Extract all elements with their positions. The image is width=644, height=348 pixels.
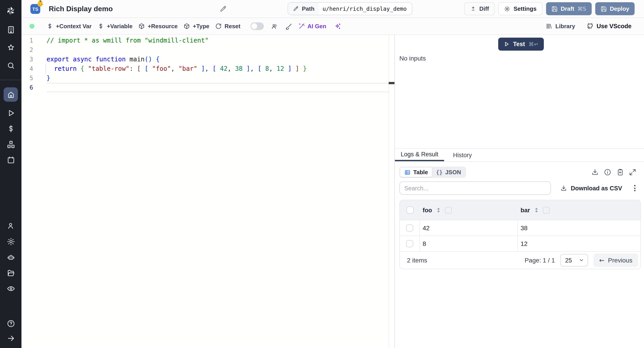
- diff-button[interactable]: Diff: [464, 2, 495, 15]
- sidebar-item-home[interactable]: [4, 87, 18, 102]
- draft-shortcut: ⌘S: [577, 6, 586, 12]
- row-checkbox[interactable]: [406, 240, 413, 247]
- code-line[interactable]: 2: [22, 45, 394, 55]
- tab-logs-result[interactable]: Logs & Result: [395, 149, 444, 161]
- format-brush-icon[interactable]: [285, 23, 292, 30]
- resources-boxes-icon[interactable]: [6, 140, 15, 149]
- dollar-icon: [98, 23, 104, 30]
- package-icon: [183, 23, 190, 30]
- windmill-logo-icon[interactable]: [5, 5, 16, 16]
- column-checkbox[interactable]: [543, 207, 550, 213]
- path-value[interactable]: u/henri/rich_display_demo: [319, 3, 412, 15]
- rotate-icon: [215, 23, 222, 30]
- play-icon: [504, 41, 510, 47]
- table-row: 812: [400, 236, 640, 251]
- test-button[interactable]: Test ⌘↵: [498, 38, 544, 51]
- column-header-bar: bar↕: [518, 207, 640, 213]
- view-table-button[interactable]: Table: [400, 167, 432, 177]
- runs-play-icon[interactable]: [6, 108, 15, 117]
- results-panel: Table {} JSON: [395, 162, 644, 348]
- language-badge: TS 👶: [30, 4, 41, 14]
- script-emoji: 👶: [37, 1, 44, 6]
- edit-title-pencil-icon[interactable]: [220, 5, 227, 13]
- select-all-checkbox[interactable]: [406, 207, 414, 214]
- sort-icon[interactable]: ↕: [534, 207, 539, 213]
- braces-icon: {}: [436, 169, 442, 175]
- line-number: 3: [22, 55, 33, 64]
- download-icon: [560, 185, 567, 192]
- table-footer: 2 items Page: 1 / 1 25 ← Previous: [400, 251, 640, 269]
- use-vscode-button[interactable]: Use VScode: [587, 23, 632, 30]
- column-checkbox[interactable]: [445, 207, 452, 213]
- add-type-button[interactable]: +Type: [183, 23, 209, 30]
- column-label: bar: [520, 207, 530, 213]
- overview-ruler: [389, 35, 394, 348]
- folders-icon[interactable]: [6, 268, 15, 277]
- plus-minus-icon: [470, 6, 476, 12]
- help-icon[interactable]: [6, 319, 15, 328]
- add-variable-button[interactable]: +Variable: [98, 23, 132, 30]
- sort-icon[interactable]: ↕: [436, 207, 441, 213]
- sidebar: [0, 0, 22, 348]
- search-input[interactable]: [399, 182, 551, 195]
- search-icon[interactable]: [6, 61, 15, 70]
- run-section: Test ⌘↵ No inputs: [395, 35, 644, 148]
- code-line[interactable]: 4 return { "table-row": [ [ "foo", "bar"…: [22, 64, 394, 73]
- items-count: 2 items: [407, 257, 427, 264]
- github-icon: [587, 23, 594, 30]
- add-context-var-button[interactable]: +Context Var: [46, 23, 92, 30]
- tab-history[interactable]: History: [444, 149, 481, 161]
- table-menu-kebab[interactable]: [633, 184, 636, 192]
- download-result-icon[interactable]: [591, 168, 599, 176]
- row-checkbox[interactable]: [406, 224, 413, 232]
- deploy-button[interactable]: Deploy: [595, 2, 634, 15]
- settings-gear-icon[interactable]: [6, 237, 15, 246]
- audit-eye-icon[interactable]: [6, 284, 15, 293]
- draft-button[interactable]: Draft ⌘S: [546, 2, 592, 15]
- users-icon[interactable]: [6, 221, 15, 230]
- page-size-select[interactable]: 25: [560, 254, 588, 266]
- expand-sidebar-arrow-icon[interactable]: [6, 334, 15, 343]
- line-number: 4: [22, 64, 33, 73]
- magic-wand-icon: [298, 23, 305, 30]
- line-number: 5: [22, 73, 33, 83]
- code-line[interactable]: 1// import * as wmill from "windmill-cli…: [22, 36, 394, 45]
- package-icon: [138, 23, 145, 30]
- favorites-star-icon[interactable]: [6, 43, 15, 52]
- library-button[interactable]: Library: [546, 23, 575, 30]
- schedules-calendar-icon[interactable]: [6, 155, 15, 164]
- right-panel: Test ⌘↵ No inputs Logs & Result History: [395, 35, 644, 348]
- result-table: foo↕bar↕ 4238812 2 items Page: 1 / 1 25: [399, 200, 641, 269]
- table-cell: 38: [518, 220, 640, 236]
- workspace-icon[interactable]: [6, 25, 15, 34]
- page-title: Rich Display demo: [49, 5, 113, 13]
- view-toggle: Table {} JSON: [399, 166, 466, 178]
- gear-icon: [504, 6, 510, 12]
- arrow-left-icon: ←: [599, 257, 604, 264]
- code-line[interactable]: 6: [22, 83, 394, 92]
- previous-page-button[interactable]: ← Previous: [594, 254, 638, 267]
- variables-dollar-icon[interactable]: [6, 124, 15, 133]
- sidebar-divider: [0, 80, 22, 80]
- download-csv-button[interactable]: Download as CSV: [560, 185, 622, 192]
- copy-clipboard-icon[interactable]: [616, 168, 624, 176]
- reset-button[interactable]: Reset: [215, 23, 240, 30]
- fullscreen-icon[interactable]: [629, 168, 636, 176]
- code-editor[interactable]: 1// import * as wmill from "windmill-cli…: [22, 35, 394, 348]
- ai-gen-button[interactable]: AI Gen: [298, 23, 326, 30]
- path-control[interactable]: Path u/henri/rich_display_demo: [288, 2, 412, 15]
- collab-toggle[interactable]: [250, 22, 264, 30]
- settings-button[interactable]: Settings: [498, 2, 542, 15]
- table-icon: [404, 169, 410, 175]
- sparkles-icon[interactable]: [334, 23, 342, 30]
- view-json-button[interactable]: {} JSON: [432, 167, 465, 177]
- status-dot: [30, 24, 34, 29]
- code-line[interactable]: 5}: [22, 73, 394, 83]
- workers-robot-icon[interactable]: [6, 253, 15, 262]
- code-line[interactable]: 3export async function main() {: [22, 55, 394, 64]
- info-icon[interactable]: [604, 168, 611, 176]
- dollar-icon: [46, 23, 53, 30]
- users-icon[interactable]: [271, 23, 278, 30]
- topbar: TS 👶 Rich Display demo Path u/henri/rich…: [22, 0, 644, 18]
- add-resource-button[interactable]: +Resource: [138, 23, 178, 30]
